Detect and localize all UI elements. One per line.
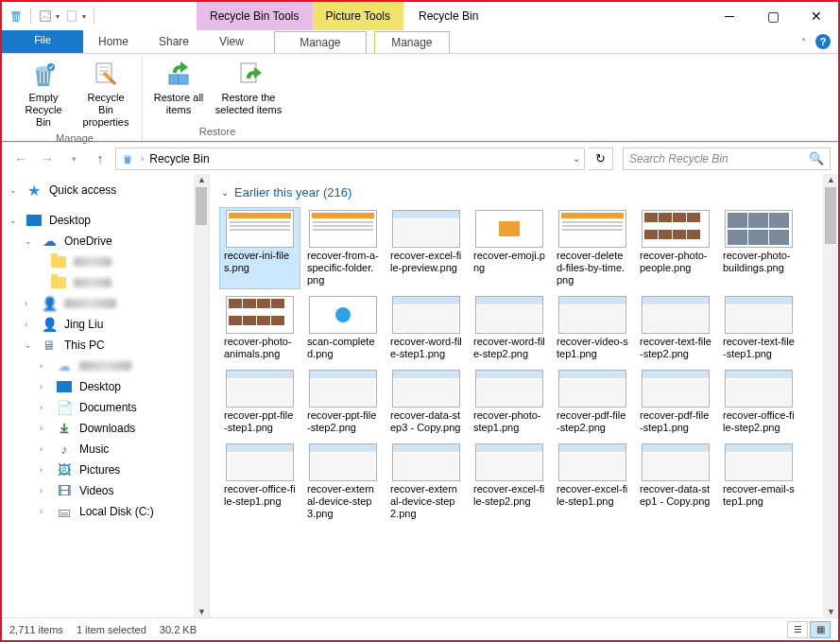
file-item[interactable]: recover-email-step1.png xyxy=(718,441,799,523)
file-name: recover-ppt-file-step1.png xyxy=(222,408,298,434)
minimize-button[interactable]: ─ xyxy=(708,2,751,30)
file-item[interactable]: recover-emoji.png xyxy=(469,207,550,289)
restore-all-button[interactable]: Restore all items xyxy=(148,58,209,124)
context-tab-picture-tools[interactable]: Picture Tools xyxy=(313,2,403,30)
sidebar-local-disk-c[interactable]: ›🖴 Local Disk (C:) xyxy=(2,501,209,522)
qat-properties-icon[interactable] xyxy=(37,8,54,25)
file-item[interactable]: recover-data-step1 - Copy.png xyxy=(635,441,716,523)
sidebar-downloads[interactable]: › Downloads xyxy=(2,418,209,439)
file-item[interactable]: recover-excel-file-step2.png xyxy=(469,441,550,523)
file-item[interactable]: recover-excel-file-step1.png xyxy=(552,441,633,523)
file-item[interactable]: recover-word-file-step2.png xyxy=(469,293,550,363)
close-button[interactable]: ✕ xyxy=(795,2,838,30)
refresh-button[interactable]: ↻ xyxy=(589,147,613,170)
file-item[interactable]: recover-office-file-step2.png xyxy=(718,367,799,437)
file-name: recover-pdf-file-step1.png xyxy=(638,408,713,434)
ribbon-tabs: File Home Share View Manage Manage ˄ ? xyxy=(2,30,838,53)
details-view-button[interactable]: ☰ xyxy=(787,621,808,638)
sidebar-this-pc[interactable]: ⌄🖥 This PC xyxy=(2,335,209,356)
context-tab-recycle-bin-tools[interactable]: Recycle Bin Tools xyxy=(197,2,313,30)
up-button[interactable]: ↑ xyxy=(89,147,111,170)
sidebar-desktop-pc[interactable]: › Desktop xyxy=(2,376,209,397)
context-tabs: Recycle Bin Tools Picture Tools xyxy=(197,2,403,30)
file-item[interactable]: recover-photo-step1.png xyxy=(469,367,550,437)
tab-view[interactable]: View xyxy=(204,30,259,53)
sidebar-jing-liu[interactable]: ›👤 Jing Liu xyxy=(2,314,209,335)
file-item[interactable]: recover-video-step1.png xyxy=(552,293,633,363)
file-item[interactable]: scan-completed.png xyxy=(302,293,384,363)
empty-recycle-bin-button[interactable]: Empty Recycle Bin xyxy=(13,58,74,130)
file-item[interactable]: recover-external-device-step2.png xyxy=(386,441,467,523)
sidebar-scrollbar[interactable]: ▲▼ xyxy=(194,174,209,617)
file-item[interactable]: recover-ppt-file-step1.png xyxy=(219,367,300,437)
collapse-ribbon-icon[interactable]: ˄ xyxy=(801,37,806,47)
file-item[interactable]: recover-photo-people.png xyxy=(635,207,716,289)
sidebar-videos[interactable]: ›🎞 Videos xyxy=(2,480,209,501)
sidebar-pictures[interactable]: ›🖼 Pictures xyxy=(2,460,209,480)
file-item[interactable]: recover-text-file-step1.png xyxy=(718,293,799,363)
file-name: recover-from-a-specific-folder.png xyxy=(305,248,381,286)
maximize-button[interactable]: ▢ xyxy=(751,2,795,30)
tab-home[interactable]: Home xyxy=(83,30,144,53)
address-dropdown-icon[interactable]: ⌄ xyxy=(573,153,580,164)
file-item[interactable]: recover-external-device-step3.png xyxy=(302,441,384,523)
search-icon[interactable]: 🔍 xyxy=(809,151,824,165)
sidebar-onedrive[interactable]: ⌄☁ OneDrive xyxy=(2,231,209,252)
file-name: recover-ini-files.png xyxy=(222,248,298,274)
file-item[interactable]: recover-from-a-specific-folder.png xyxy=(302,207,384,289)
sidebar-quick-access[interactable]: ⌄★ Quick access xyxy=(2,180,209,200)
file-name: recover-excel-file-preview.png xyxy=(388,248,464,274)
address-bar[interactable]: › Recycle Bin ⌄ xyxy=(115,147,585,170)
file-item[interactable]: recover-photo-animals.png xyxy=(219,293,300,363)
file-item[interactable]: recover-ini-files.png xyxy=(219,207,300,289)
recycle-bin-properties-button[interactable]: Recycle Bin properties xyxy=(76,58,136,130)
qat-menu-icon[interactable]: ▾ xyxy=(82,12,86,21)
file-item[interactable]: recover-data-step3 - Copy.png xyxy=(386,367,467,437)
file-item[interactable]: recover-pdf-file-step1.png xyxy=(635,367,716,437)
sidebar-music[interactable]: ›♪ Music xyxy=(2,439,209,460)
tab-manage-recycle[interactable]: Manage xyxy=(274,31,367,53)
file-item[interactable]: recover-ppt-file-step2.png xyxy=(302,367,384,437)
file-item[interactable]: recover-photo-buildings.png xyxy=(718,207,799,289)
search-box[interactable]: Search Recycle Bin 🔍 xyxy=(623,147,831,170)
sidebar-documents[interactable]: ›📄 Documents xyxy=(2,397,209,418)
svg-rect-1 xyxy=(68,11,77,22)
desktop-icon xyxy=(26,213,42,228)
breadcrumb-location[interactable]: Recycle Bin xyxy=(149,152,209,165)
sidebar-user-redacted[interactable]: ›👤 xyxy=(2,293,209,314)
qat-dropdown-icon[interactable]: ▾ xyxy=(56,12,60,21)
user-icon: 👤 xyxy=(42,317,57,332)
window-buttons: ─ ▢ ✕ xyxy=(708,2,838,30)
forward-button[interactable]: → xyxy=(36,147,59,170)
sidebar-folder-redacted[interactable] xyxy=(2,252,209,272)
back-button[interactable]: ← xyxy=(9,147,32,170)
sidebar-desktop[interactable]: ⌄ Desktop xyxy=(2,210,209,231)
file-item[interactable]: recover-excel-file-preview.png xyxy=(386,207,467,289)
tab-share[interactable]: Share xyxy=(144,30,204,53)
file-item[interactable]: recover-pdf-file-step2.png xyxy=(552,367,633,437)
tab-manage-picture[interactable]: Manage xyxy=(374,31,450,53)
qat-page-icon[interactable] xyxy=(63,8,80,25)
tab-file[interactable]: File xyxy=(2,30,83,53)
sidebar-folder-redacted[interactable] xyxy=(2,272,209,293)
content-scrollbar[interactable]: ▲▼ xyxy=(823,174,838,617)
file-item[interactable]: recover-office-file-step1.png xyxy=(219,441,300,523)
file-item[interactable]: recover-deleted-files-by-time.png xyxy=(552,207,633,289)
file-name: recover-video-step1.png xyxy=(555,334,630,360)
chevron-right-icon[interactable]: › xyxy=(141,153,144,164)
sidebar-drive-redacted[interactable]: ›☁ xyxy=(2,356,209,376)
file-name: recover-pdf-file-step2.png xyxy=(555,408,630,434)
recent-dropdown-icon[interactable]: ▾ xyxy=(62,147,85,170)
file-name: recover-photo-animals.png xyxy=(222,334,298,360)
group-header[interactable]: ⌄ Earlier this year (216) xyxy=(221,185,829,200)
help-icon[interactable]: ? xyxy=(815,34,831,49)
file-item[interactable]: recover-text-file-step2.png xyxy=(635,293,716,363)
file-item[interactable]: recover-word-file-step1.png xyxy=(386,293,467,363)
icons-view-button[interactable]: ▦ xyxy=(810,621,831,638)
status-bar: 2,711 items 1 item selected 30.2 KB ☰ ▦ xyxy=(2,617,838,640)
empty-bin-icon xyxy=(28,60,59,90)
restore-selected-button[interactable]: Restore the selected items xyxy=(211,58,286,124)
quick-access-toolbar: ▾ ▾ xyxy=(2,2,102,30)
file-name: recover-text-file-step1.png xyxy=(721,334,797,360)
file-name: recover-data-step3 - Copy.png xyxy=(388,408,464,434)
